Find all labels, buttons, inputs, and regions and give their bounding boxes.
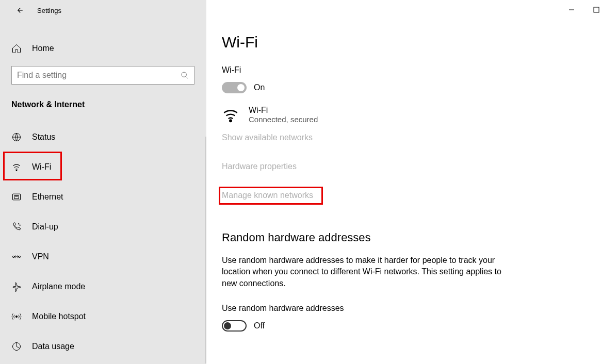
nav-label: Ethernet <box>32 192 63 202</box>
sidebar-item-ethernet[interactable]: Ethernet <box>0 185 206 209</box>
sidebar-item-dialup[interactable]: Dial-up <box>0 214 206 239</box>
link-manage-known-networks[interactable]: Manage known networks <box>222 191 313 200</box>
sidebar-item-wifi[interactable]: Wi-Fi <box>0 155 206 179</box>
random-toggle-status: Off <box>254 321 265 330</box>
wifi-toggle[interactable] <box>222 82 247 93</box>
app-title: Settings <box>37 7 61 14</box>
search-box[interactable] <box>11 66 194 85</box>
category-label: Network & Internet <box>0 85 206 120</box>
link-hardware-properties[interactable]: Hardware properties <box>222 162 297 171</box>
search-input[interactable] <box>17 71 181 80</box>
arrow-left-icon <box>14 6 24 15</box>
nav-label: Data usage <box>32 342 74 351</box>
nav-label: Wi-Fi <box>32 162 51 172</box>
svg-point-2 <box>16 170 17 171</box>
hotspot-icon <box>11 311 22 322</box>
vpn-icon <box>11 252 22 262</box>
wifi-signal-icon <box>222 106 239 124</box>
main-content: Wi-Fi Wi-Fi On Wi-Fi Connected, secured … <box>206 0 601 364</box>
airplane-icon <box>11 282 22 292</box>
ethernet-icon <box>11 192 22 202</box>
titlebar: Settings <box>0 0 206 21</box>
sidebar-item-datausage[interactable]: Data usage <box>0 334 206 359</box>
back-button[interactable] <box>11 3 27 18</box>
wifi-toggle-label: Wi-Fi <box>222 65 580 75</box>
wifi-connection-status[interactable]: Wi-Fi Connected, secured <box>222 106 580 124</box>
random-addresses-toggle[interactable] <box>222 320 247 332</box>
globe-icon <box>11 132 22 142</box>
svg-rect-11 <box>594 7 599 12</box>
wifi-toggle-status: On <box>254 83 265 92</box>
random-addresses-body: Use random hardware addresses to make it… <box>222 255 511 289</box>
home-label: Home <box>32 44 54 53</box>
sidebar-home[interactable]: Home <box>0 36 206 61</box>
nav-label: Mobile hotspot <box>32 312 86 321</box>
connection-desc: Connected, secured <box>249 115 318 124</box>
connection-name: Wi-Fi <box>249 106 318 115</box>
svg-point-0 <box>182 72 186 77</box>
random-addresses-heading: Random hardware addresses <box>222 231 580 244</box>
random-toggle-label: Use random hardware addresses <box>222 304 580 313</box>
data-usage-icon <box>11 341 22 352</box>
sidebar-item-hotspot[interactable]: Mobile hotspot <box>0 304 206 329</box>
nav-label: Airplane mode <box>32 282 85 291</box>
sidebar-item-airplane[interactable]: Airplane mode <box>0 274 206 299</box>
nav-label: Dial-up <box>32 222 58 231</box>
sidebar-item-vpn[interactable]: VPN <box>0 244 206 269</box>
window-controls <box>567 0 601 20</box>
svg-point-6 <box>20 225 21 226</box>
maximize-button[interactable] <box>592 5 601 14</box>
svg-point-9 <box>15 316 17 317</box>
svg-point-5 <box>18 223 19 224</box>
sidebar: Settings Home Network & Internet St <box>0 0 206 364</box>
minimize-button[interactable] <box>567 5 576 14</box>
sidebar-item-status[interactable]: Status <box>0 125 206 150</box>
wifi-icon <box>11 162 22 172</box>
phone-icon <box>11 222 22 232</box>
nav-label: VPN <box>32 252 49 261</box>
home-icon <box>11 43 22 54</box>
svg-point-12 <box>230 120 232 122</box>
page-title: Wi-Fi <box>222 34 580 51</box>
link-show-available[interactable]: Show available networks <box>222 133 313 142</box>
search-icon <box>181 71 189 79</box>
nav-list: Status Wi-Fi Ethernet Dial-up <box>0 120 206 359</box>
nav-label: Status <box>32 133 55 142</box>
